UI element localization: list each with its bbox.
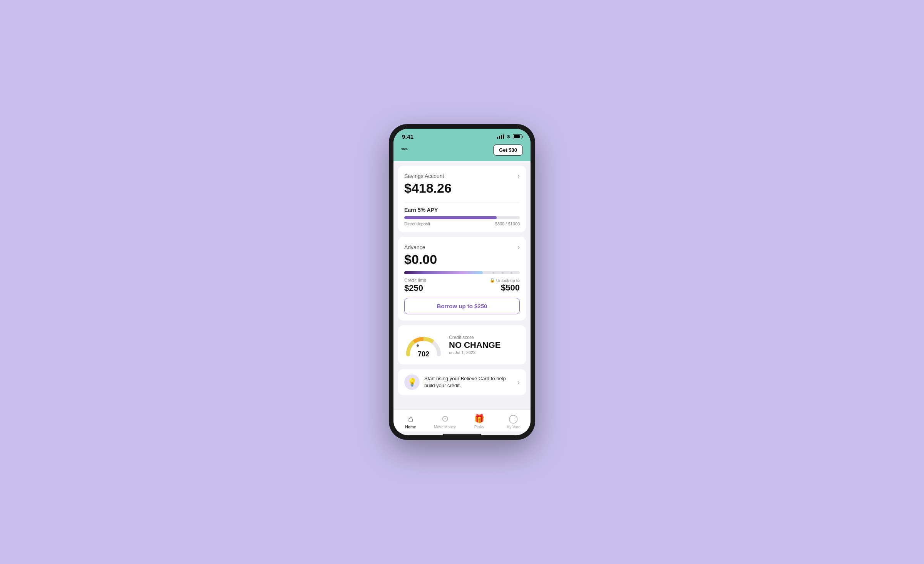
credit-info: Credit score NO CHANGE on Jul 1, 2023	[449, 335, 520, 355]
bottom-nav: ⌂ Home ⊙ Move Money 🎁 Perks ◯ My Varo	[393, 410, 531, 431]
unlock-col: 🔒 Unlock up to $500	[490, 278, 520, 293]
advance-title: Advance	[404, 244, 425, 250]
savings-account-card[interactable]: Savings Account › $418.26 Earn 5% APY Di…	[398, 166, 526, 232]
savings-balance: $418.26	[404, 181, 520, 196]
believe-card-text: Start using your Believe Card to help bu…	[424, 375, 513, 389]
home-icon: ⌂	[408, 414, 413, 424]
nav-item-move-money[interactable]: ⊙ Move Money	[434, 414, 457, 429]
apy-progress-bar	[404, 216, 520, 219]
apy-right-label: $800 / $1000	[495, 222, 520, 226]
believe-card-promo[interactable]: 💡 Start using your Believe Card to help …	[398, 369, 526, 395]
credit-score-label: Credit score	[449, 335, 520, 340]
unlock-amount: $500	[490, 283, 520, 293]
bulb-icon: 💡	[407, 378, 417, 387]
main-scroll[interactable]: Savings Account › $418.26 Earn 5% APY Di…	[393, 161, 531, 410]
advance-balance: $0.00	[404, 252, 520, 267]
credit-score-number: 702	[418, 350, 429, 358]
borrow-button[interactable]: Borrow up to $250	[404, 298, 520, 314]
home-indicator	[443, 434, 481, 435]
apy-progress-fill	[404, 216, 497, 219]
unlock-label: 🔒 Unlock up to	[490, 278, 520, 283]
phone-screen: 9:41 ⊛ Varo. Get $30	[393, 129, 531, 435]
advance-chevron-icon[interactable]: ›	[517, 243, 520, 251]
savings-divider	[404, 203, 520, 203]
nav-my-varo-label: My Varo	[506, 425, 521, 429]
get-30-button[interactable]: Get $30	[493, 144, 523, 156]
savings-chevron-icon[interactable]: ›	[517, 172, 520, 180]
phone-frame: 9:41 ⊛ Varo. Get $30	[389, 124, 535, 440]
nav-item-home[interactable]: ⌂ Home	[399, 414, 422, 429]
battery-icon	[513, 134, 522, 139]
credit-score-status: NO CHANGE	[449, 341, 520, 349]
credit-gauge: 702	[404, 331, 443, 358]
credit-score-date: on Jul 1, 2023	[449, 350, 520, 355]
advance-card[interactable]: Advance › $0.00 Credit limit	[398, 237, 526, 321]
nav-item-my-varo[interactable]: ◯ My Varo	[502, 414, 525, 429]
varo-logo: Varo.	[401, 145, 408, 155]
status-icons: ⊛	[497, 134, 522, 139]
bulb-icon-wrap: 💡	[404, 374, 420, 390]
nav-home-label: Home	[405, 425, 416, 429]
perks-icon: 🎁	[474, 414, 484, 424]
status-bar: 9:41 ⊛	[393, 129, 531, 142]
credit-limit-label: Credit limit	[404, 278, 426, 283]
credit-limit-row: Credit limit $250 🔒 Unlock up to $500	[404, 278, 520, 293]
advance-progress-bar	[404, 270, 520, 275]
my-varo-icon: ◯	[509, 414, 518, 424]
credit-limit-amount: $250	[404, 283, 426, 293]
apy-progress-labels: Direct deposit $800 / $1000	[404, 222, 520, 226]
app-header: Varo. Get $30	[393, 142, 531, 161]
wifi-icon: ⊛	[506, 134, 511, 139]
apy-title: Earn 5% APY	[404, 207, 520, 213]
believe-card-chevron-icon[interactable]: ›	[517, 378, 520, 386]
apy-left-label: Direct deposit	[404, 222, 430, 226]
move-money-icon: ⊙	[442, 414, 449, 424]
status-time: 9:41	[402, 133, 413, 140]
nav-perks-label: Perks	[474, 425, 484, 429]
signal-icon	[497, 134, 504, 139]
svg-point-0	[417, 344, 419, 347]
credit-score-card: 702 Credit score NO CHANGE on Jul 1, 202…	[398, 325, 526, 364]
savings-account-title: Savings Account	[404, 173, 444, 179]
credit-limit-col: Credit limit $250	[404, 278, 426, 293]
lock-icon: 🔒	[490, 278, 495, 283]
nav-item-perks[interactable]: 🎁 Perks	[468, 414, 491, 429]
advance-dots	[485, 271, 520, 274]
nav-move-money-label: Move Money	[434, 425, 456, 429]
